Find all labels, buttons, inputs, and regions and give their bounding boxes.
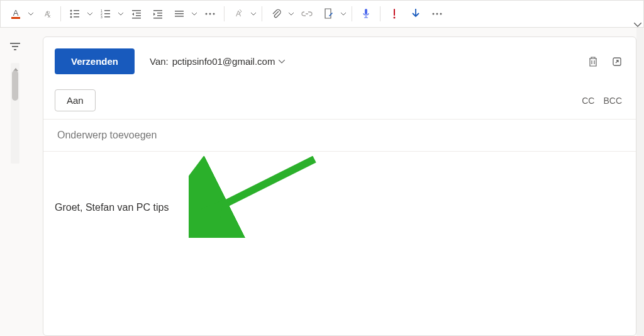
svg-rect-26	[175, 16, 184, 17]
svg-point-4	[70, 10, 72, 12]
more-formatting-button[interactable]	[200, 4, 220, 24]
to-row: Aan CC BCC	[43, 83, 636, 120]
chevron-down-icon	[279, 60, 285, 64]
svg-text:b: b	[47, 9, 50, 15]
font-color-icon: A	[10, 8, 21, 20]
svg-point-29	[213, 13, 215, 15]
send-button[interactable]: Verzenden	[55, 48, 135, 74]
indent-icon	[153, 9, 163, 19]
scrollbar-thumb[interactable]	[12, 70, 18, 101]
svg-rect-1	[11, 17, 20, 19]
chevron-down-icon[interactable]	[287, 4, 296, 24]
separator	[380, 6, 380, 21]
separator	[262, 6, 262, 21]
svg-point-28	[209, 13, 211, 15]
compose-header: Verzenden Van: pctipsinfo01@gmail.com	[43, 37, 636, 83]
chevron-down-icon[interactable]	[249, 4, 258, 24]
to-button[interactable]: Aan	[55, 89, 96, 111]
signature-icon	[323, 8, 333, 20]
microphone-icon	[362, 8, 370, 20]
svg-rect-37	[10, 43, 20, 44]
bullets-icon	[70, 9, 80, 19]
svg-rect-23	[153, 18, 162, 19]
styles-icon: A	[233, 8, 244, 20]
chevron-down-icon[interactable]	[86, 4, 94, 24]
chevron-down-icon[interactable]	[26, 4, 35, 24]
separator	[224, 6, 225, 21]
svg-rect-15	[104, 16, 110, 18]
main-area: Verzenden Van: pctipsinfo01@gmail.com	[0, 28, 644, 336]
svg-text:A: A	[13, 8, 19, 18]
svg-rect-5	[74, 10, 79, 11]
message-body[interactable]: Groet, Stefan van PC tips	[43, 152, 636, 335]
popout-icon	[612, 57, 622, 67]
importance-icon	[392, 8, 397, 20]
download-button[interactable]	[406, 4, 426, 24]
svg-rect-13	[104, 13, 110, 14]
numbering-icon: 1 2 3	[101, 9, 111, 19]
svg-rect-16	[132, 10, 141, 11]
clear-formatting-button[interactable]: A b	[36, 4, 57, 24]
separator	[60, 6, 61, 21]
line-spacing-button[interactable]	[169, 4, 199, 24]
line-spacing-icon	[174, 9, 184, 19]
filter-icon	[9, 42, 21, 51]
clear-format-icon: A b	[41, 8, 52, 20]
numbering-button[interactable]: 1 2 3	[96, 4, 125, 24]
svg-rect-7	[74, 13, 79, 14]
svg-point-34	[433, 13, 435, 15]
indent-button[interactable]	[148, 4, 168, 24]
attach-button[interactable]	[266, 4, 296, 24]
font-color-button[interactable]: A	[6, 4, 35, 24]
svg-rect-18	[136, 15, 141, 16]
chevron-down-icon[interactable]	[116, 4, 125, 24]
list-scrollbar[interactable]	[11, 63, 19, 164]
formatting-toolbar: A A b 1 2	[0, 0, 644, 28]
svg-text:A: A	[236, 9, 241, 18]
separator	[352, 6, 352, 21]
outdent-icon	[131, 9, 142, 19]
svg-rect-11	[104, 10, 110, 11]
filter-button[interactable]	[5, 36, 25, 57]
link-button[interactable]	[297, 4, 317, 24]
svg-rect-32	[394, 9, 395, 16]
svg-point-27	[206, 13, 208, 15]
signature-button[interactable]	[318, 4, 348, 24]
svg-rect-22	[157, 15, 162, 16]
download-icon	[411, 8, 421, 20]
svg-rect-25	[175, 13, 184, 14]
left-panel	[0, 28, 30, 336]
from-selector[interactable]: Van: pctipsinfo01@gmail.com	[150, 56, 285, 67]
svg-rect-21	[157, 13, 162, 14]
chevron-down-icon[interactable]	[339, 4, 348, 24]
svg-point-8	[70, 16, 72, 18]
signature-text: Groet, Stefan van PC tips	[55, 202, 622, 213]
svg-point-36	[440, 13, 442, 15]
discard-button[interactable]	[588, 56, 598, 67]
cc-button[interactable]: CC	[582, 96, 594, 106]
svg-point-33	[394, 17, 396, 19]
styles-button[interactable]: A	[228, 4, 258, 24]
from-email: pctipsinfo01@gmail.com	[172, 56, 275, 67]
trash-icon	[588, 56, 598, 67]
importance-button[interactable]	[384, 4, 404, 24]
bullets-button[interactable]	[65, 4, 94, 24]
more-icon	[205, 13, 215, 15]
from-label: Van:	[150, 56, 169, 67]
chevron-down-icon[interactable]	[190, 4, 199, 24]
svg-rect-19	[132, 18, 141, 19]
svg-rect-39	[14, 49, 16, 50]
svg-rect-31	[365, 9, 367, 14]
link-icon	[301, 11, 313, 17]
svg-rect-20	[153, 10, 162, 11]
right-scrollbar[interactable]	[636, 28, 644, 336]
outdent-button[interactable]	[126, 4, 147, 24]
bcc-button[interactable]: BCC	[603, 96, 622, 106]
svg-text:3: 3	[101, 15, 103, 19]
svg-rect-38	[12, 46, 18, 47]
svg-point-35	[436, 13, 438, 15]
popout-button[interactable]	[612, 57, 622, 67]
more-actions-button[interactable]	[427, 4, 447, 24]
subject-input[interactable]	[57, 130, 622, 141]
dictate-button[interactable]	[356, 4, 376, 24]
